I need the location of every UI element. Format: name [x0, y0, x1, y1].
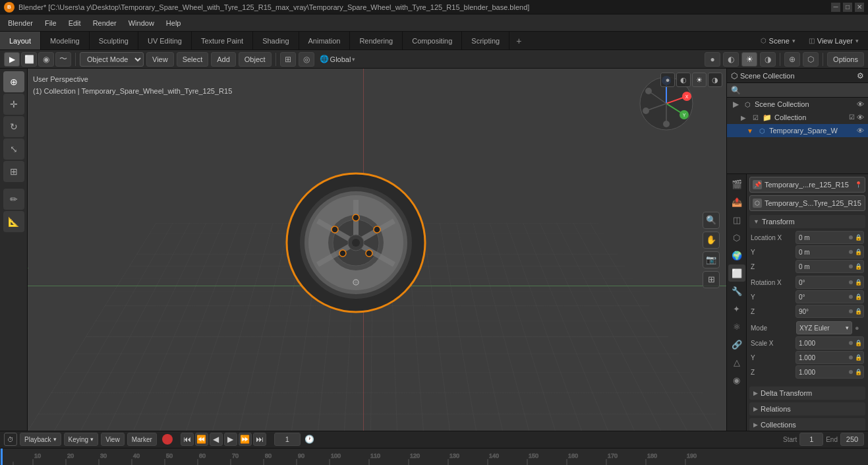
keying-dropdown[interactable]: Keying ▾	[64, 433, 99, 446]
scale-y-lock[interactable]: 🔒	[855, 354, 862, 361]
scale-z-dot[interactable]	[849, 370, 853, 374]
header-active-tool-icon[interactable]: ▶	[4, 52, 20, 67]
jump-start-button[interactable]: ⏮	[181, 433, 194, 446]
header-box-select-icon[interactable]: ⬜	[21, 52, 37, 67]
current-frame-display[interactable]: 1	[274, 433, 301, 446]
shading-rendered-icon[interactable]: ☀	[741, 52, 757, 67]
object-pin-btn[interactable]: 📍	[855, 181, 862, 188]
viewport[interactable]: User Perspective (1) Collection | Tempor…	[28, 69, 726, 431]
temp-spare-wheel-row[interactable]: ▼ ⬡ Temporary_Spare_W 👁	[727, 124, 868, 137]
select-menu[interactable]: Select	[177, 52, 209, 67]
mode-dot[interactable]: ●	[855, 324, 864, 332]
scene-collection-row[interactable]: ▶ ⬡ Scene Collection 👁	[727, 98, 868, 111]
vp-eevee-icon[interactable]: ◑	[708, 73, 722, 87]
timeline-icon[interactable]: ⏱	[4, 433, 17, 446]
tool-scale[interactable]: ⤡	[3, 139, 24, 160]
vp-solid-icon[interactable]: ●	[660, 73, 675, 87]
outliner-search-input[interactable]	[743, 86, 864, 94]
playback-dropdown[interactable]: Playback ▾	[20, 433, 61, 446]
prop-modifier-icon[interactable]: 🔧	[728, 282, 745, 299]
zoom-to-fit-icon[interactable]: 🔍	[703, 212, 720, 229]
menu-help[interactable]: Help	[161, 18, 187, 28]
collections-header[interactable]: ▶ Collections	[749, 418, 865, 431]
prop-material-icon[interactable]: ◉	[728, 371, 745, 388]
shading-solid-icon[interactable]: ●	[705, 52, 720, 67]
tab-add-button[interactable]: +	[509, 32, 528, 49]
maximize-button[interactable]: □	[843, 3, 852, 12]
view-layer-selector[interactable]: ◫ View Layer ▾	[803, 37, 864, 45]
scale-x-dot[interactable]	[849, 341, 853, 345]
delta-transform-header[interactable]: ▶ Delta Transform	[749, 387, 865, 400]
view-menu[interactable]: View	[146, 52, 174, 67]
scale-z-lock[interactable]: 🔒	[855, 369, 862, 375]
menu-file[interactable]: File	[40, 18, 62, 28]
start-field[interactable]: 1	[799, 433, 823, 446]
view-timeline-btn[interactable]: View	[101, 433, 125, 446]
location-y-lock[interactable]: 🔒	[855, 249, 862, 255]
tab-rendering[interactable]: Rendering	[350, 32, 403, 49]
scale-z-field[interactable]: 1.000 🔒	[796, 365, 864, 379]
tab-texture-paint[interactable]: Texture Paint	[192, 32, 253, 49]
options-button[interactable]: Options	[827, 52, 864, 67]
tool-measure[interactable]: 📐	[3, 211, 24, 232]
location-z-lock[interactable]: 🔒	[855, 263, 862, 270]
snap-icon[interactable]: ⊞	[280, 52, 296, 67]
play-button[interactable]: ▶	[224, 433, 237, 446]
rotation-y-dot[interactable]	[849, 295, 853, 299]
tab-layout[interactable]: Layout	[0, 32, 41, 49]
prop-object-icon[interactable]: ⬜	[728, 264, 745, 282]
object-visible-icon[interactable]: 👁	[857, 127, 864, 135]
xray-icon[interactable]: ⬡	[803, 52, 819, 67]
tab-animation[interactable]: Animation	[299, 32, 351, 49]
prop-render-icon[interactable]: 🎬	[728, 175, 745, 193]
object-selector-dropdown[interactable]: 📌 Temporary_...re_125_R15 📍	[749, 177, 865, 193]
location-y-dot[interactable]	[849, 250, 853, 254]
menu-edit[interactable]: Edit	[63, 18, 86, 28]
tool-transform[interactable]: ⊞	[3, 161, 24, 182]
global-label[interactable]: Global	[330, 55, 351, 63]
prop-output-icon[interactable]: 📤	[728, 193, 745, 210]
scale-y-field[interactable]: 1.000 🔒	[796, 351, 864, 364]
rotation-z-dot[interactable]	[849, 309, 853, 313]
rotation-y-field[interactable]: 0° 🔒	[796, 290, 864, 303]
location-z-field[interactable]: 0 m 🔒	[796, 260, 864, 273]
marker-btn[interactable]: Marker	[127, 433, 157, 446]
vp-material-icon[interactable]: ◐	[676, 73, 691, 87]
end-field[interactable]: 250	[840, 433, 864, 446]
prop-constraints-icon[interactable]: 🔗	[728, 336, 745, 353]
location-x-field[interactable]: 0 m 🔒	[796, 231, 864, 244]
next-keyframe-button[interactable]: ⏩	[239, 433, 252, 446]
tool-cursor[interactable]: ⊕	[3, 71, 24, 92]
shading-material-icon[interactable]: ◐	[723, 52, 739, 67]
rotation-z-field[interactable]: 90° 🔒	[796, 305, 864, 318]
tab-sculpting[interactable]: Sculpting	[90, 32, 138, 49]
play-reverse-button[interactable]: ◀	[210, 433, 223, 446]
location-x-lock[interactable]: 🔒	[855, 234, 862, 241]
prop-data-icon[interactable]: △	[728, 354, 745, 371]
relations-header[interactable]: ▶ Relations	[749, 402, 865, 416]
header-lasso-icon[interactable]: 〜	[55, 52, 71, 67]
collection-visible-icon[interactable]: ☑	[849, 113, 855, 121]
scene-selector[interactable]: ⬡ Scene ▾	[755, 37, 801, 45]
overlay-icon[interactable]: ⊕	[784, 52, 800, 67]
camera-icon[interactable]: 📷	[703, 251, 720, 268]
tool-move[interactable]: ✛	[3, 94, 24, 115]
object-mode-select[interactable]: Object Mode	[80, 52, 144, 67]
add-menu[interactable]: Add	[211, 52, 236, 67]
location-z-dot[interactable]	[849, 264, 853, 268]
timeline-ruler[interactable]: 10 20 30 40 50 60 70 80 90 100 110 120 1…	[0, 449, 868, 465]
record-button[interactable]	[162, 434, 173, 445]
collection-eye-icon[interactable]: 👁	[857, 113, 864, 121]
location-y-field[interactable]: 0 m 🔒	[796, 245, 864, 259]
tab-compositing[interactable]: Compositing	[403, 32, 462, 49]
collection-check-icon[interactable]: ☑	[751, 113, 760, 122]
rotation-x-lock[interactable]: 🔒	[855, 279, 862, 286]
prop-scene-icon[interactable]: ⬡	[728, 229, 745, 246]
menu-window[interactable]: Window	[123, 18, 159, 28]
header-circle-select-icon[interactable]: ◉	[38, 52, 54, 67]
rotation-z-lock[interactable]: 🔒	[855, 308, 862, 315]
scale-y-dot[interactable]	[849, 356, 853, 359]
rotation-x-dot[interactable]	[849, 280, 853, 284]
object-menu[interactable]: Object	[239, 52, 272, 67]
outliner-filter-icon[interactable]: ⚙	[857, 71, 864, 80]
